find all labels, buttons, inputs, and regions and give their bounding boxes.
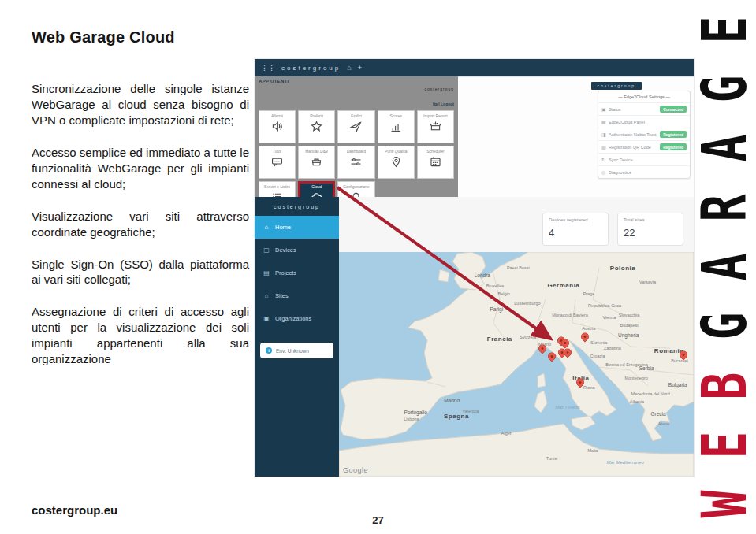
logo-letter-9: W (694, 475, 756, 534)
list-icon (270, 191, 284, 197)
send-icon (349, 120, 363, 133)
app-tile-label: Cloud (311, 184, 322, 189)
screenshot-composite: ⋮⋮ costergroup ⌂ + APP UTENTI costergrou… (255, 59, 694, 477)
app-tile-label: Scores (389, 113, 402, 118)
app-tile-tutor[interactable]: Tutor (259, 146, 296, 179)
organizations-icon: ▣ (263, 315, 270, 322)
bell-icon (349, 191, 363, 197)
settings-row-registration-qr-code[interactable]: ▥Registration QR CodeRegistered (598, 141, 690, 154)
brand-logo: costergroup (281, 65, 341, 72)
settings-row-label: Authenticate Nabto Trust (609, 132, 660, 137)
settings-row-icon: ◎ (601, 169, 609, 175)
plus-icon[interactable]: + (358, 64, 362, 72)
app-tile-label: Punti Qualità (385, 149, 408, 154)
logo-letter-8: E (694, 415, 756, 474)
app-tile-label: Tutor (273, 149, 281, 154)
app-launcher-window: ⋮⋮ costergroup ⌂ + APP UTENTI costergrou… (255, 59, 694, 197)
environment-pill[interactable]: i Env: Unknown (260, 343, 333, 358)
sidebar-item-label: Organizations (275, 315, 311, 322)
settings-row-diagnostics[interactable]: ◎Diagnostics (598, 166, 690, 178)
settings-row-status[interactable]: ▣StatusConnected (598, 103, 690, 116)
paragraph-3: Visualizzazione vari siti attraverso coo… (32, 209, 249, 240)
app-tile-grid: AllarmiPreferitiGraficiScoresImport Repo… (259, 110, 454, 197)
app-tile-configurazione[interactable]: Configurazione (337, 181, 374, 197)
calendar-icon (429, 155, 442, 169)
sites-icon: ⌂ (263, 292, 270, 299)
settings-row-sync-device[interactable]: ↻Sync Device (598, 154, 690, 166)
import-icon (429, 120, 442, 133)
sidebar: costergroup ⌂Home▢Devices▤Projects⌂Sites… (255, 197, 339, 477)
app-tile-label: Dashboard (347, 149, 366, 154)
status-badge: Registered (660, 131, 687, 138)
app-tile-label: Servizi e Listini (264, 184, 290, 189)
page-number: 27 (0, 514, 756, 526)
app-tile-import-report[interactable]: Import Report (417, 110, 454, 143)
app-launcher-content: costergroup — Edge2Cloud Settings — ▣Sta… (458, 76, 694, 197)
sliders-icon (349, 155, 363, 169)
app-tile-label: Manuali D&V (305, 149, 328, 154)
settings-row-icon: ◨ (601, 132, 609, 137)
map-attribution: Google (343, 466, 368, 474)
left-text-column: Web Garage Cloud Sincronizzazione delle … (32, 28, 249, 384)
home-icon: ⌂ (263, 224, 270, 231)
status-badge: Registered (660, 143, 687, 150)
settings-row-label: Diagnostics (609, 170, 687, 175)
logo-letter-2: G (694, 59, 756, 118)
sidebar-item-label: Projects (275, 269, 296, 276)
brand-strip: costergroup (591, 82, 642, 90)
grid-menu-icon[interactable]: ⋮⋮ (261, 64, 275, 72)
sidebar-item-organizations[interactable]: ▣Organizations (255, 307, 339, 330)
status-badge: Connected (660, 106, 687, 113)
sidebar-item-devices[interactable]: ▢Devices (255, 239, 339, 261)
settings-row-icon: ▣ (601, 106, 609, 112)
webgarage-vertical-logo: EGARAGBEW (694, 0, 756, 534)
app-tile-label: Scheduler (426, 149, 445, 154)
app-tile-scores[interactable]: Scores (378, 110, 415, 143)
app-tile-label: Configurazione (343, 184, 370, 189)
app-tile-label: Import Report (423, 113, 448, 118)
app-tile-scheduler[interactable]: Scheduler (417, 146, 454, 179)
app-tile-label: Allarmi (271, 113, 283, 118)
projects-icon: ▤ (263, 269, 270, 276)
app-tile-allarmi[interactable]: Allarmi (259, 110, 296, 143)
app-tile-manuali-d-v[interactable]: Manuali D&V (298, 146, 335, 179)
settings-row-authenticate-nabto-trust[interactable]: ◨Authenticate Nabto TrustRegistered (598, 128, 690, 141)
map-base (339, 252, 694, 477)
stat-card-total-sites: Total sites22 (617, 213, 683, 246)
environment-label: Env: Unknown (276, 348, 309, 354)
paragraph-5: Assegnazione di criteri di accesso agli … (32, 304, 249, 367)
sidebar-item-projects[interactable]: ▤Projects (255, 261, 339, 284)
settings-row-label: Edge2Cloud Panel (609, 120, 687, 124)
stat-value: 22 (624, 227, 677, 239)
paragraph-1: Sincronizzazione delle singole istanze W… (32, 81, 249, 128)
pin-icon (389, 155, 403, 169)
home-icon[interactable]: ⌂ (347, 64, 351, 72)
stat-label: Total sites (624, 217, 677, 222)
sidebar-item-home[interactable]: ⌂Home (255, 216, 339, 239)
language-logout-link[interactable]: Ita | Logout (433, 102, 454, 106)
stat-value: 4 (549, 227, 602, 239)
paragraph-4: Single Sign-On (SSO) dalla piattaforma a… (32, 257, 249, 288)
app-tile-preferiti[interactable]: Preferiti (298, 110, 335, 143)
app-tile-punti-qualit-[interactable]: Punti Qualità (378, 146, 415, 179)
app-tile-servizi-e-listini[interactable]: Servizi e Listini (259, 181, 296, 197)
settings-row-label: Registration QR Code (609, 145, 660, 150)
settings-row-icon: ▥ (601, 144, 609, 150)
app-tile-dashboard[interactable]: Dashboard (337, 146, 374, 179)
settings-row-edge2cloud-panel[interactable]: ▤Edge2Cloud Panel (598, 116, 690, 128)
edge2cloud-settings-panel: — Edge2Cloud Settings — ▣StatusConnected… (598, 91, 691, 179)
logo-letter-5: A (694, 237, 756, 296)
app-tile-cloud[interactable]: Cloud (298, 181, 335, 197)
sites-map[interactable]: PoloniaVarsaviaGermaniaPaesi BassiLondra… (339, 252, 694, 477)
speaker-icon (270, 120, 284, 133)
brand-mini-label: costergroup (425, 87, 454, 91)
sidebar-item-label: Sites (275, 292, 289, 299)
cloud-dashboard-window: costergroup ⌂Home▢Devices▤Projects⌂Sites… (255, 197, 694, 477)
stat-card-devices-registered: Devices registered4 (542, 213, 609, 246)
sidebar-item-sites[interactable]: ⌂Sites (255, 284, 339, 307)
body-paragraphs: Sincronizzazione delle singole istanze W… (32, 81, 249, 367)
sidebar-item-label: Devices (275, 247, 296, 254)
app-tile-grafici[interactable]: Grafici (337, 110, 374, 143)
app-tile-label: Grafici (351, 113, 362, 118)
apps-section-label: APP UTENTI (259, 79, 289, 83)
